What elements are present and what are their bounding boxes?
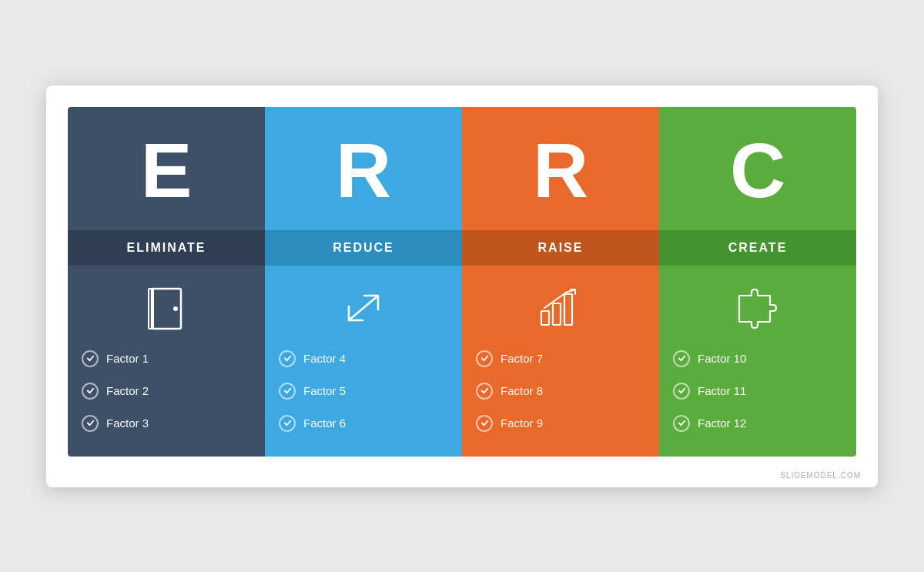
- reduce-icon-area: [341, 284, 386, 333]
- factor-label: Factor 8: [500, 384, 543, 397]
- reduce-letter-bg: R: [265, 107, 462, 230]
- eliminate-label-bg: ELIMINATE: [68, 230, 265, 266]
- reduce-letter: R: [336, 132, 391, 209]
- list-item: Factor 5: [279, 383, 448, 400]
- create-label: CREATE: [728, 241, 788, 254]
- eliminate-letter: E: [141, 132, 192, 209]
- puzzle-icon: [735, 288, 781, 329]
- check-icon: [82, 350, 99, 367]
- slide-wrapper: E ELIMINATE: [46, 85, 878, 487]
- list-item: Factor 4: [279, 350, 448, 367]
- factor-label: Factor 12: [698, 416, 746, 430]
- col-create: C CREATE Factor 10: [659, 107, 856, 457]
- list-item: Factor 3: [82, 415, 251, 432]
- list-item: Factor 8: [476, 383, 645, 400]
- raise-letter: R: [533, 132, 588, 209]
- check-icon: [279, 415, 296, 432]
- col-reduce: R REDUCE: [265, 107, 462, 457]
- create-icon-area: [735, 284, 781, 333]
- credit-text: SLIDEMODEL.COM: [780, 471, 861, 480]
- factor-label: Factor 7: [500, 352, 543, 365]
- eliminate-label: ELIMINATE: [126, 241, 206, 254]
- chart-icon: [538, 288, 583, 329]
- svg-point-2: [173, 306, 178, 311]
- create-letter: C: [730, 132, 785, 209]
- list-item: Factor 9: [476, 415, 645, 432]
- arrows-icon: [341, 289, 386, 328]
- raise-icon-area: [538, 284, 583, 333]
- check-icon: [476, 415, 493, 432]
- factor-label: Factor 11: [698, 384, 746, 397]
- create-label-bg: CREATE: [659, 230, 856, 266]
- factor-label: Factor 2: [106, 384, 149, 397]
- factor-label: Factor 9: [500, 416, 543, 430]
- check-icon: [82, 383, 99, 400]
- eliminate-factor-list: Factor 1 Factor 2 Factor 3: [82, 350, 251, 432]
- eliminate-letter-bg: E: [68, 107, 265, 230]
- eliminate-icon-area: [146, 284, 186, 333]
- create-letter-bg: C: [659, 107, 856, 230]
- svg-line-3: [349, 296, 378, 320]
- raise-label-bg: RAISE: [462, 230, 659, 266]
- reduce-content: Factor 4 Factor 5 Factor 6: [265, 266, 462, 457]
- check-icon: [476, 383, 493, 400]
- list-item: Factor 7: [476, 350, 645, 367]
- door-icon: [146, 286, 186, 331]
- check-icon: [82, 415, 99, 432]
- svg-rect-5: [553, 303, 561, 325]
- list-item: Factor 11: [673, 383, 842, 400]
- col-eliminate: E ELIMINATE: [68, 107, 265, 457]
- list-item: Factor 2: [82, 383, 251, 400]
- factor-label: Factor 1: [106, 352, 149, 365]
- factor-label: Factor 4: [303, 352, 346, 365]
- raise-factor-list: Factor 7 Factor 8 Factor 9: [476, 350, 645, 432]
- check-icon: [279, 350, 296, 367]
- svg-rect-6: [564, 294, 572, 325]
- reduce-label-bg: REDUCE: [265, 230, 462, 266]
- raise-label: RAISE: [538, 241, 584, 254]
- raise-letter-bg: R: [462, 107, 659, 230]
- list-item: Factor 1: [82, 350, 251, 367]
- list-item: Factor 6: [279, 415, 448, 432]
- create-factor-list: Factor 10 Factor 11 Factor 12: [673, 350, 842, 432]
- col-raise: R RAISE: [462, 107, 659, 457]
- factor-label: Factor 10: [698, 352, 746, 365]
- eliminate-content: Factor 1 Factor 2 Factor 3: [68, 266, 265, 457]
- check-icon: [279, 383, 296, 400]
- factor-label: Factor 3: [106, 416, 149, 430]
- factor-label: Factor 5: [303, 384, 346, 397]
- check-icon: [673, 350, 690, 367]
- factor-label: Factor 6: [303, 416, 346, 430]
- check-icon: [673, 415, 690, 432]
- list-item: Factor 12: [673, 415, 842, 432]
- list-item: Factor 10: [673, 350, 842, 367]
- svg-rect-4: [541, 311, 549, 325]
- check-icon: [476, 350, 493, 367]
- reduce-factor-list: Factor 4 Factor 5 Factor 6: [279, 350, 448, 432]
- create-content: Factor 10 Factor 11 Factor 12: [659, 266, 856, 457]
- errc-grid: E ELIMINATE: [68, 107, 856, 457]
- raise-content: Factor 7 Factor 8 Factor 9: [462, 266, 659, 457]
- reduce-label: REDUCE: [333, 241, 394, 254]
- check-icon: [673, 383, 690, 400]
